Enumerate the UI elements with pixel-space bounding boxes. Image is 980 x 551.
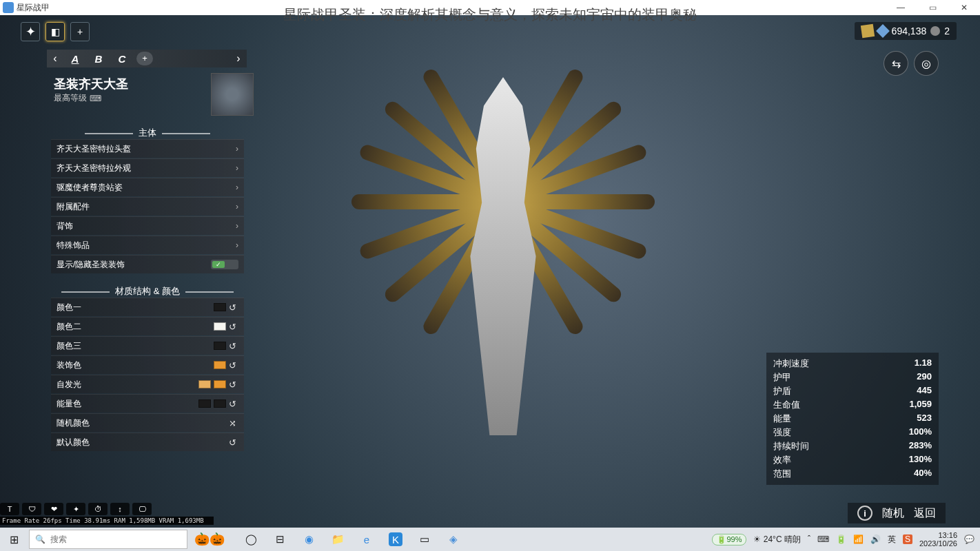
row-label: 背饰 bbox=[57, 220, 236, 232]
stat-value: 523 bbox=[917, 413, 932, 425]
row-label: 自发光 bbox=[57, 379, 196, 391]
color-swatch[interactable] bbox=[198, 399, 211, 408]
reset-icon[interactable]: ↺ bbox=[226, 360, 238, 371]
window-min-button[interactable]: — bbox=[885, 3, 917, 12]
reset-icon[interactable]: ↺ bbox=[226, 380, 238, 390]
section-main-header: 主体 bbox=[51, 127, 244, 139]
row-label: 颜色二 bbox=[57, 321, 211, 333]
start-button[interactable]: ⊞ bbox=[0, 533, 28, 546]
main-row-5[interactable]: 特殊饰品› bbox=[51, 236, 244, 254]
ie-icon[interactable]: e bbox=[360, 532, 374, 546]
next-loadout-button[interactable]: › bbox=[230, 52, 247, 65]
color-row-2[interactable]: 颜色三↺ bbox=[51, 336, 244, 355]
color-swatch[interactable] bbox=[214, 322, 226, 331]
toggle-switch[interactable]: ✓ bbox=[211, 260, 238, 269]
lotus-icon[interactable]: ✦ bbox=[21, 22, 40, 41]
debug-icon[interactable]: 🛡 bbox=[22, 503, 41, 515]
tray-volume-icon[interactable]: 🔊 bbox=[870, 534, 881, 544]
loadout-tab-b[interactable]: B bbox=[87, 53, 110, 65]
main-row-2[interactable]: 驱魔使者尊贵站姿› bbox=[51, 178, 244, 196]
camera-button[interactable]: ◎ bbox=[914, 51, 939, 76]
color-row-0[interactable]: 颜色一↺ bbox=[51, 298, 244, 316]
color-row-3[interactable]: 装饰色↺ bbox=[51, 355, 244, 374]
color-swatch[interactable] bbox=[198, 380, 211, 388]
main-row-0[interactable]: 齐天大圣密特拉头盔› bbox=[51, 139, 244, 158]
tray-lang-icon[interactable]: 英 bbox=[888, 534, 896, 545]
reset-icon[interactable]: ↺ bbox=[226, 437, 238, 448]
row-label: 装饰色 bbox=[57, 360, 211, 371]
main-row-6[interactable]: 显示/隐藏圣装装饰✓ bbox=[51, 255, 244, 273]
weather-widget[interactable]: ☀ 24°C 晴朗 bbox=[753, 534, 801, 545]
prev-loadout-button[interactable]: ‹ bbox=[47, 52, 63, 65]
pumpkins-icon: 🎃🎃 bbox=[194, 532, 225, 547]
stat-value: 283% bbox=[909, 440, 932, 453]
stat-row: 持续时间283% bbox=[773, 439, 932, 453]
tray-s-icon[interactable]: S bbox=[903, 534, 912, 544]
main-row-4[interactable]: 背饰› bbox=[51, 216, 244, 235]
random-button[interactable]: 随机 bbox=[882, 506, 904, 521]
reset-icon[interactable]: ↺ bbox=[226, 399, 238, 409]
stat-row: 范围40% bbox=[773, 467, 932, 481]
color-swatch[interactable] bbox=[214, 399, 226, 408]
color-swatch[interactable] bbox=[214, 380, 226, 388]
back-button[interactable]: 返回 bbox=[914, 506, 936, 521]
info-button[interactable]: i bbox=[857, 506, 872, 521]
loadout-tab-c[interactable]: C bbox=[110, 53, 134, 65]
shuffle-icon[interactable]: ⤨ bbox=[226, 418, 238, 428]
main-row-3[interactable]: 附属配件› bbox=[51, 197, 244, 216]
appearance-tab-icon[interactable]: ◧ bbox=[45, 22, 65, 41]
platinum-icon bbox=[930, 26, 940, 36]
tray-wifi-icon[interactable]: 📶 bbox=[853, 534, 864, 544]
app-k-icon[interactable]: K bbox=[389, 532, 402, 546]
color-row-6[interactable]: 随机颜色⤨ bbox=[51, 413, 244, 432]
reset-icon[interactable]: ↺ bbox=[226, 341, 238, 351]
debug-icon[interactable]: T bbox=[0, 503, 19, 515]
row-label: 齐天大圣密特拉外观 bbox=[57, 163, 236, 174]
color-row-1[interactable]: 颜色二↺ bbox=[51, 317, 244, 335]
window-close-button[interactable]: ✕ bbox=[948, 3, 980, 12]
tray-battery-icon[interactable]: 🔋 bbox=[836, 534, 846, 544]
search-input[interactable] bbox=[50, 534, 187, 544]
warframe-model-viewport[interactable] bbox=[289, 22, 717, 490]
color-swatch[interactable] bbox=[214, 361, 226, 369]
debug-icon[interactable]: ↕ bbox=[110, 503, 130, 515]
currency-panel[interactable]: 694,138 2 bbox=[855, 22, 957, 40]
debug-icon[interactable]: 🖵 bbox=[132, 503, 152, 515]
tray-chevron-icon[interactable]: ˆ bbox=[808, 534, 810, 544]
stat-label: 强度 bbox=[773, 426, 791, 439]
tray-ime-icon[interactable]: ⌨ bbox=[817, 534, 829, 544]
chevron-right-icon: › bbox=[236, 202, 238, 211]
stat-value: 40% bbox=[914, 468, 932, 480]
platinum-value: 2 bbox=[944, 25, 950, 37]
stat-row: 冲刺速度1.18 bbox=[773, 357, 932, 371]
debug-icon[interactable]: ❤ bbox=[44, 503, 63, 515]
warframe-thumbnail[interactable] bbox=[211, 73, 254, 116]
color-row-4[interactable]: 自发光↺ bbox=[51, 375, 244, 393]
debug-icon[interactable]: ⏱ bbox=[88, 503, 108, 515]
stat-value: 1,059 bbox=[909, 399, 932, 411]
link-button[interactable]: ⇆ bbox=[884, 51, 908, 76]
taskbar-search[interactable]: 🔍 bbox=[29, 530, 187, 549]
color-swatch[interactable] bbox=[214, 342, 226, 350]
window-max-button[interactable]: ▭ bbox=[917, 3, 948, 12]
rank-icon: ⌨ bbox=[90, 94, 101, 103]
warframe-taskbar-icon[interactable]: ◈ bbox=[447, 532, 460, 546]
task-view-button[interactable]: ◯ bbox=[244, 532, 258, 546]
taskbar-clock[interactable]: 13:16 2023/10/26 bbox=[919, 531, 957, 548]
notifications-button[interactable]: 💬 bbox=[964, 534, 974, 544]
battery-pill[interactable]: 🔋99% bbox=[712, 534, 746, 545]
main-row-1[interactable]: 齐天大圣密特拉外观› bbox=[51, 158, 244, 177]
color-row-7[interactable]: 默认颜色↺ bbox=[51, 433, 244, 451]
cortana-button[interactable]: ⊟ bbox=[273, 532, 287, 546]
color-row-5[interactable]: 能量色↺ bbox=[51, 394, 244, 413]
color-swatch[interactable] bbox=[214, 303, 226, 311]
notepad-icon[interactable]: ▭ bbox=[418, 532, 431, 546]
reset-icon[interactable]: ↺ bbox=[226, 322, 238, 332]
reset-icon[interactable]: ↺ bbox=[226, 302, 238, 313]
loadout-tab-a[interactable]: A bbox=[63, 53, 87, 65]
debug-icon[interactable]: ✦ bbox=[66, 503, 85, 515]
edge-icon[interactable]: ◉ bbox=[302, 532, 316, 546]
add-loadout-button[interactable]: + bbox=[136, 52, 153, 65]
add-slot-button[interactable]: + bbox=[70, 22, 90, 41]
explorer-icon[interactable]: 📁 bbox=[331, 532, 345, 546]
